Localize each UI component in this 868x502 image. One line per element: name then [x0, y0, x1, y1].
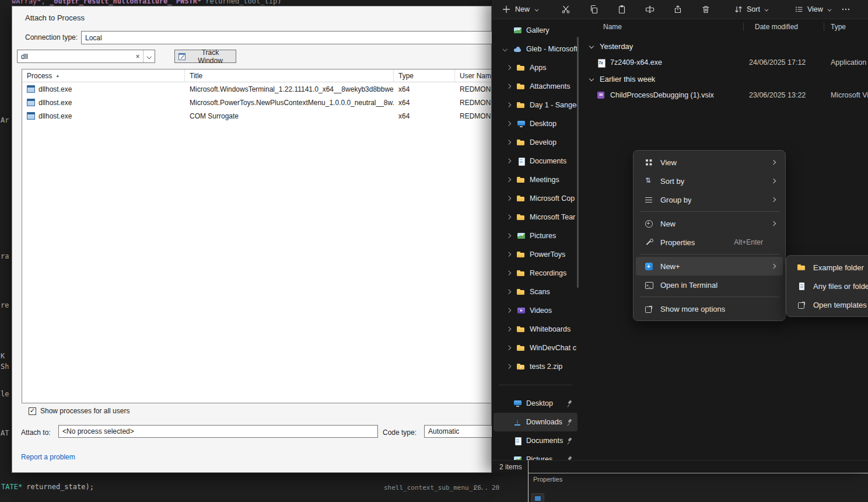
column-header-title[interactable]: Title — [185, 69, 394, 82]
submenu-item[interactable]: Example folder — [789, 258, 868, 277]
process-row[interactable]: dllhost.exe Microsoft.PowerToys.NewPlusC… — [22, 96, 491, 109]
context-menu-item-label: New — [660, 219, 676, 228]
nav-item[interactable]: WinDevChat c — [494, 339, 578, 357]
explorer-nav-pane: Gallery Gleb - Microsoft Apps Attachment… — [492, 19, 579, 460]
context-menu-item[interactable]: View — [636, 153, 783, 172]
nav-item[interactable]: Documents — [494, 431, 578, 450]
track-window-button[interactable]: Track Window — [174, 50, 236, 63]
view-button[interactable]: View — [790, 2, 838, 17]
expand-chevron-icon[interactable] — [502, 140, 516, 145]
context-menu-item[interactable]: Show more options — [636, 299, 783, 318]
scissors-icon — [561, 5, 570, 14]
nav-item[interactable]: Pictures — [494, 226, 578, 245]
expand-chevron-icon[interactable] — [502, 289, 516, 295]
file-row[interactable]: ChildProcessDebugging (1).vsix 23/06/202… — [579, 87, 868, 103]
nav-scrollbar[interactable] — [577, 37, 579, 288]
nav-item-label: tests 2.zip — [530, 362, 578, 371]
context-menu-item[interactable]: Sort by — [636, 172, 783, 190]
nav-item[interactable]: Meetings — [494, 170, 578, 189]
nav-item[interactable]: Whiteboards — [494, 320, 578, 339]
expand-chevron-icon[interactable] — [502, 65, 516, 71]
context-menu-item[interactable]: Open in Terminal — [636, 276, 783, 294]
column-header-username[interactable]: User Name — [455, 69, 491, 82]
column-header-process[interactable]: Process▲ — [22, 69, 185, 82]
share-icon — [673, 5, 682, 14]
nav-item-label: Whiteboards — [530, 325, 578, 333]
nav-item[interactable]: Attachments — [494, 77, 578, 96]
share-button[interactable] — [664, 2, 692, 17]
column-header-date-modified[interactable]: Date modified — [743, 19, 824, 34]
process-user: REDMOND — [455, 85, 491, 93]
show-all-users-checkbox[interactable]: Show processes for all users — [29, 407, 130, 415]
expand-chevron-icon[interactable] — [502, 102, 516, 108]
paste-button[interactable] — [608, 2, 636, 17]
nav-item[interactable]: Microsoft Cop — [494, 189, 578, 208]
sort-button[interactable]: Sort — [729, 2, 775, 17]
expand-chevron-icon[interactable] — [502, 252, 516, 257]
file-type: Application — [831, 58, 868, 67]
nav-item[interactable]: tests 2.zip — [494, 357, 578, 376]
nav-item[interactable]: PowerToys — [494, 245, 578, 264]
column-header-type[interactable]: Type — [394, 69, 455, 82]
nav-item[interactable]: Documents — [494, 152, 578, 170]
clear-filter-icon[interactable]: × — [132, 53, 143, 61]
nav-item[interactable]: Pictures — [494, 450, 578, 460]
submenu-item[interactable]: Any files or folde — [789, 277, 868, 295]
copy-button[interactable] — [580, 2, 608, 17]
expand-chevron-icon[interactable] — [502, 345, 516, 351]
nav-item[interactable]: Downloads — [494, 413, 578, 431]
context-menu-item[interactable]: New — [636, 214, 783, 233]
attach-to-field[interactable]: <No process selected> — [58, 425, 378, 438]
more-options-button[interactable] — [838, 2, 854, 17]
nav-item[interactable]: Desktop — [494, 394, 578, 413]
context-menu-item[interactable]: Group by — [636, 190, 783, 209]
process-row[interactable]: dllhost.exe COM Surrogate x64 REDMOND — [22, 109, 491, 123]
new-button-label: New — [515, 5, 530, 13]
nav-item[interactable]: Day 1 - Sangee — [494, 96, 578, 114]
connection-type-combobox[interactable]: Local — [81, 31, 492, 44]
filter-dropdown-button[interactable] — [143, 50, 155, 62]
nav-item[interactable]: Gleb - Microsoft — [494, 40, 578, 58]
report-a-problem-link[interactable]: Report a problem — [21, 453, 75, 461]
expand-chevron-icon[interactable] — [502, 196, 516, 201]
column-header-type[interactable]: Type — [824, 19, 868, 34]
context-menu-item-label: Sort by — [660, 177, 684, 186]
nav-item[interactable]: Desktop — [494, 114, 578, 133]
code-type-combobox[interactable]: Automatic — [424, 425, 492, 438]
panel-splitter[interactable] — [528, 461, 528, 502]
nav-item[interactable]: Videos — [494, 301, 578, 320]
expand-chevron-icon[interactable] — [502, 177, 516, 183]
expand-chevron-icon[interactable] — [502, 364, 516, 369]
cut-button[interactable] — [552, 2, 580, 17]
context-menu-item[interactable]: Properties Alt+Enter — [636, 233, 783, 252]
expand-chevron-icon[interactable] — [502, 308, 516, 313]
nav-item[interactable]: Apps — [494, 58, 578, 77]
file-row[interactable]: 7z2409-x64.exe 24/06/2025 17:12 Applicat… — [579, 54, 868, 71]
file-group-header[interactable]: Earlier this week — [579, 71, 868, 87]
checkbox-checked-icon[interactable] — [29, 407, 36, 415]
delete-button[interactable] — [692, 2, 720, 17]
expand-chevron-icon[interactable] — [502, 83, 516, 89]
submenu-item[interactable]: Open templates — [789, 295, 868, 314]
nav-item[interactable]: Develop — [494, 133, 578, 152]
folder-icon — [516, 63, 526, 72]
rename-button[interactable] — [636, 2, 664, 17]
nav-item[interactable]: Microsoft Tear — [494, 208, 578, 226]
process-filter-input[interactable]: dll × — [17, 50, 155, 63]
expand-chevron-icon[interactable] — [502, 158, 516, 164]
nav-item[interactable]: Recordings — [494, 264, 578, 283]
expand-chevron-icon[interactable] — [499, 46, 513, 52]
show-all-users-label: Show processes for all users — [40, 407, 130, 415]
nav-item[interactable]: Scans — [494, 283, 578, 301]
file-group-header[interactable]: Yesterday — [579, 38, 868, 54]
nav-item[interactable]: Gallery — [494, 21, 578, 40]
new-button[interactable]: New — [497, 2, 545, 17]
expand-chevron-icon[interactable] — [502, 121, 516, 127]
column-header-name[interactable]: Name — [579, 19, 743, 34]
expand-chevron-icon[interactable] — [502, 270, 516, 276]
expand-chevron-icon[interactable] — [502, 233, 516, 239]
expand-chevron-icon[interactable] — [502, 214, 516, 220]
process-row[interactable]: dllhost.exe Microsoft.WindowsTerminal_1.… — [22, 82, 491, 96]
context-menu-item[interactable]: New+ — [636, 257, 783, 276]
expand-chevron-icon[interactable] — [502, 326, 516, 332]
